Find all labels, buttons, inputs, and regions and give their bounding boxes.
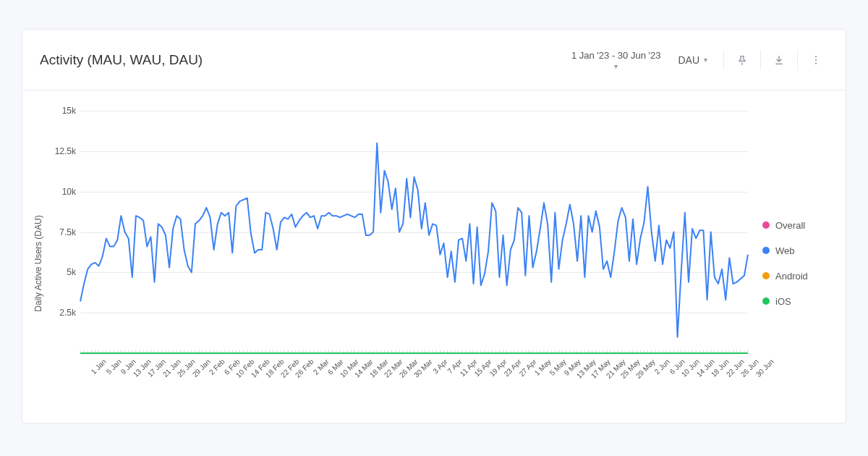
download-button[interactable] bbox=[767, 48, 791, 72]
y-tick-label: 7.5k bbox=[59, 227, 76, 237]
date-range-label: 1 Jan '23 - 30 Jun '23 bbox=[571, 50, 661, 61]
card-header: Activity (MAU, WAU, DAU) 1 Jan '23 - 30 … bbox=[22, 30, 846, 90]
y-axis-ticks: 2.5k5k7.5k10k12.5k15k bbox=[47, 111, 80, 415]
metric-picker[interactable]: DAU ▾ bbox=[668, 51, 718, 69]
pin-button[interactable] bbox=[730, 48, 754, 72]
series-web bbox=[80, 143, 748, 337]
divider bbox=[797, 50, 798, 70]
y-axis-label: Daily Active Users (DAU) bbox=[33, 215, 43, 311]
chevron-down-icon: ▾ bbox=[614, 62, 618, 70]
legend-item-web[interactable]: Web bbox=[762, 245, 831, 256]
svg-point-0 bbox=[815, 56, 817, 57]
more-button[interactable] bbox=[804, 48, 828, 72]
x-axis-ticks: 1 Jan5 Jan9 Jan13 Jan17 Jan21 Jan25 Jan2… bbox=[80, 353, 748, 415]
y-tick-label: 15k bbox=[62, 106, 76, 116]
pin-icon bbox=[736, 54, 748, 66]
kebab-icon bbox=[810, 54, 822, 66]
divider bbox=[723, 50, 724, 70]
legend-label: Overall bbox=[775, 220, 805, 231]
legend-swatch bbox=[762, 221, 770, 229]
legend-item-android[interactable]: Android bbox=[762, 271, 831, 282]
divider bbox=[760, 50, 761, 70]
card-body: Daily Active Users (DAU) 2.5k5k7.5k10k12… bbox=[22, 90, 846, 423]
legend-swatch bbox=[762, 272, 770, 279]
svg-point-1 bbox=[815, 59, 817, 60]
plot-wrap: 1 Jan5 Jan9 Jan13 Jan17 Jan21 Jan25 Jan2… bbox=[80, 111, 748, 415]
y-axis-label-wrap: Daily Active Users (DAU) bbox=[30, 111, 47, 415]
y-tick-label: 12.5k bbox=[55, 146, 76, 156]
date-range-picker[interactable]: 1 Jan '23 - 30 Jun '23 ▾ bbox=[564, 47, 668, 73]
legend-label: Android bbox=[775, 271, 808, 282]
y-tick-label: 5k bbox=[67, 267, 76, 277]
legend-label: iOS bbox=[775, 296, 791, 307]
card-title: Activity (MAU, WAU, DAU) bbox=[40, 52, 564, 68]
legend-label: Web bbox=[775, 245, 795, 256]
chevron-down-icon: ▾ bbox=[704, 56, 707, 64]
legend-item-ios[interactable]: iOS bbox=[762, 296, 831, 307]
y-tick-label: 10k bbox=[62, 187, 76, 197]
legend-item-overall[interactable]: Overall bbox=[762, 220, 831, 231]
chart-plot[interactable] bbox=[80, 111, 748, 353]
metric-label: DAU bbox=[678, 54, 699, 66]
svg-point-2 bbox=[815, 62, 817, 64]
y-tick-label: 2.5k bbox=[59, 308, 76, 318]
legend-swatch bbox=[762, 297, 770, 305]
legend-swatch bbox=[762, 247, 770, 254]
download-icon bbox=[773, 54, 785, 66]
activity-card: Activity (MAU, WAU, DAU) 1 Jan '23 - 30 … bbox=[22, 29, 846, 423]
